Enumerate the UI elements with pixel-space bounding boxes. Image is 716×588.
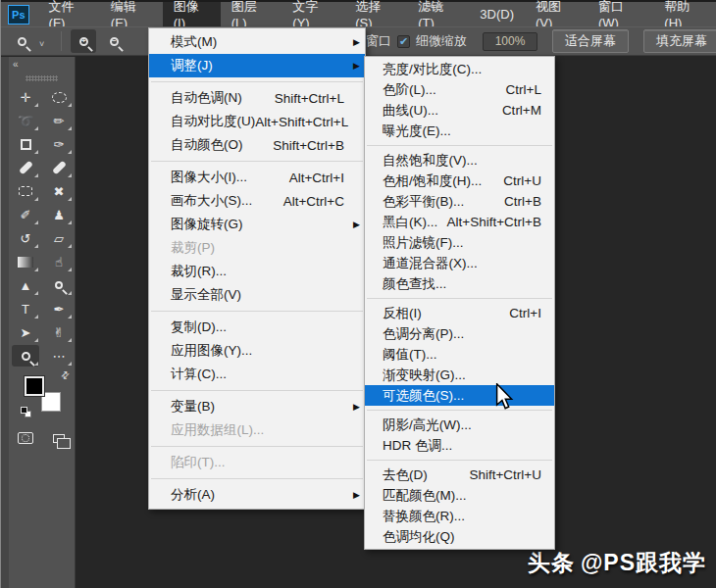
menu-file[interactable]: 文件(F) bbox=[38, 2, 100, 26]
spot-healing-brush-tool[interactable] bbox=[12, 157, 39, 178]
menu-item-auto-contrast[interactable]: 自动对比度(U) Alt+Shift+Ctrl+L bbox=[149, 110, 365, 133]
history-brush-tool[interactable]: ↺ bbox=[12, 227, 39, 249]
content-aware-move-tool[interactable]: ✖ bbox=[45, 180, 73, 202]
submenu-item-gradient-map[interactable]: 渐变映射(G)... bbox=[365, 365, 554, 385]
zoom-out-button[interactable]: − bbox=[101, 29, 127, 53]
menu-bar: Ps 文件(F) 编辑(E) 图像(I) 图层(L) 文字(Y) 选择(S) 滤… bbox=[1, 0, 716, 26]
submenu-item-replace-color[interactable]: 替换颜色(R)... bbox=[365, 506, 554, 526]
submenu-item-curves[interactable]: 曲线(U)... Ctrl+M bbox=[365, 100, 554, 121]
submenu-item-color-balance[interactable]: 色彩平衡(B)... Ctrl+B bbox=[365, 191, 554, 212]
zoom-tool[interactable] bbox=[12, 345, 39, 367]
fine-zoom-checkbox[interactable]: ✔ bbox=[397, 35, 410, 48]
menu-item-adjustments[interactable]: 调整(J) ▶ bbox=[149, 54, 365, 77]
menu-help[interactable]: 帮助(H) bbox=[653, 2, 716, 26]
submenu-item-hue-saturation[interactable]: 色相/饱和度(H)... Ctrl+U bbox=[365, 171, 554, 191]
quick-selection-tool[interactable]: ✏ bbox=[45, 110, 73, 131]
more-tools[interactable]: ⋯ bbox=[45, 345, 73, 367]
submenu-item-vibrance[interactable]: 自然饱和度(V)... bbox=[365, 150, 554, 171]
submenu-item-color-lookup[interactable]: 颜色查找... bbox=[365, 273, 554, 294]
collapse-panel-button[interactable]: « bbox=[9, 57, 75, 73]
clone-stamp-tool[interactable]: ♟ bbox=[45, 204, 73, 225]
patch-tool[interactable] bbox=[12, 180, 39, 202]
menu-item-crop[interactable]: 裁剪(P) bbox=[149, 236, 365, 260]
panel-grip[interactable] bbox=[26, 75, 58, 81]
menu-type[interactable]: 文字(Y) bbox=[281, 2, 344, 26]
menu-separator bbox=[367, 298, 552, 299]
menu-3d[interactable]: 3D(D) bbox=[469, 2, 525, 26]
photoshop-logo[interactable]: Ps bbox=[8, 5, 29, 24]
menu-item-image-rotation[interactable]: 图像旋转(G) ▶ bbox=[149, 213, 365, 236]
swap-colors-icon[interactable]: ⇄ bbox=[58, 368, 72, 382]
menu-separator bbox=[151, 161, 363, 162]
smudge-tool[interactable]: ☝ bbox=[45, 251, 73, 272]
submenu-item-black-white[interactable]: 黑白(K)... Alt+Shift+Ctrl+B bbox=[365, 212, 554, 232]
lasso-tool[interactable]: ➰ bbox=[12, 110, 39, 131]
dodge-tool[interactable] bbox=[45, 274, 73, 296]
pen-tool[interactable]: ✒ bbox=[45, 298, 73, 319]
menu-item-trim[interactable]: 裁切(R)... bbox=[149, 260, 365, 283]
submenu-item-match-color[interactable]: 匹配颜色(M)... bbox=[365, 485, 554, 506]
fill-screen-button[interactable]: 填充屏幕 bbox=[643, 29, 716, 53]
eyedropper-tool[interactable]: ✑ bbox=[45, 133, 73, 155]
submenu-item-invert[interactable]: 反相(I) Ctrl+I bbox=[365, 303, 554, 323]
crop-tool[interactable] bbox=[12, 133, 39, 155]
menu-item-variables[interactable]: 变量(B) ▶ bbox=[149, 395, 365, 418]
submenu-item-equalize[interactable]: 色调均化(Q) bbox=[365, 526, 554, 547]
menu-edit[interactable]: 编辑(E) bbox=[100, 2, 163, 26]
submenu-item-selective-color[interactable]: 可选颜色(S)... bbox=[365, 385, 554, 406]
tool-grid: ✛ ➰ ✏ ✑ ✖ bbox=[9, 85, 75, 368]
zoom-percentage-field[interactable]: 100% bbox=[483, 32, 537, 51]
zoom-in-icon: + bbox=[79, 37, 88, 46]
default-colors-icon[interactable] bbox=[21, 407, 32, 418]
menu-item-calculations[interactable]: 计算(C)... bbox=[149, 363, 365, 386]
foreground-color-swatch[interactable] bbox=[25, 376, 44, 396]
submenu-item-hdr-toning[interactable]: HDR 色调... bbox=[365, 435, 554, 456]
menu-filter[interactable]: 滤镜(T) bbox=[407, 2, 469, 26]
zoom-tool-preset-button[interactable] bbox=[9, 29, 34, 53]
menu-select[interactable]: 选择(S) bbox=[344, 2, 407, 26]
submenu-item-levels[interactable]: 色阶(L)... Ctrl+L bbox=[365, 79, 554, 100]
path-selection-tool[interactable]: ➤ bbox=[12, 321, 39, 343]
healing-brush-tool[interactable] bbox=[45, 157, 73, 178]
menu-item-auto-color[interactable]: 自动颜色(O) Shift+Ctrl+B bbox=[149, 133, 365, 157]
menu-item-apply-data-set[interactable]: 应用数据组(L)... bbox=[149, 418, 365, 442]
fine-zoom-label: 细微缩放 bbox=[416, 32, 467, 50]
submenu-item-channel-mixer[interactable]: 通道混合器(X)... bbox=[365, 253, 554, 273]
submenu-item-photo-filter[interactable]: 照片滤镜(F)... bbox=[365, 232, 554, 253]
quick-mask-button[interactable] bbox=[12, 427, 39, 449]
submenu-item-desaturate[interactable]: 去色(D) Shift+Ctrl+U bbox=[365, 465, 554, 485]
marquee-tool[interactable] bbox=[45, 86, 73, 108]
menu-item-duplicate[interactable]: 复制(D)... bbox=[149, 316, 365, 339]
type-tool[interactable]: T bbox=[12, 298, 39, 319]
menu-item-mode[interactable]: 模式(M) ▶ bbox=[149, 30, 365, 54]
watermark-prefix: 头条 bbox=[528, 550, 575, 575]
submenu-item-posterize[interactable]: 色调分离(P)... bbox=[365, 323, 554, 344]
mouse-cursor bbox=[494, 383, 514, 415]
menu-layer[interactable]: 图层(L) bbox=[221, 2, 282, 26]
submenu-item-exposure[interactable]: 曝光度(E)... bbox=[365, 121, 554, 141]
sharpen-tool[interactable]: ▲ bbox=[12, 274, 39, 296]
menu-item-apply-image[interactable]: 应用图像(Y)... bbox=[149, 339, 365, 363]
submenu-item-brightness-contrast[interactable]: 亮度/对比度(C)... bbox=[365, 59, 554, 79]
eraser-tool[interactable]: ▱ bbox=[45, 227, 73, 249]
menu-item-trap[interactable]: 陷印(T)... bbox=[149, 451, 365, 474]
chevron-down-icon[interactable]: ˅ bbox=[39, 39, 44, 49]
submenu-item-shadows-highlights[interactable]: 阴影/高光(W)... bbox=[365, 415, 554, 435]
fit-screen-button[interactable]: 适合屏幕 bbox=[552, 29, 629, 53]
menu-item-auto-tone[interactable]: 自动色调(N) Shift+Ctrl+L bbox=[149, 86, 365, 110]
menu-window[interactable]: 窗口(W) bbox=[588, 2, 653, 26]
brush-tool[interactable]: ✐ bbox=[12, 204, 39, 225]
submenu-item-threshold[interactable]: 阈值(T)... bbox=[365, 344, 554, 365]
menu-item-reveal-all[interactable]: 显示全部(V) bbox=[149, 283, 365, 307]
background-color-swatch[interactable] bbox=[41, 392, 61, 412]
menu-item-analysis[interactable]: 分析(A) ▶ bbox=[149, 483, 365, 507]
menu-view[interactable]: 视图(V) bbox=[525, 2, 588, 26]
gradient-tool[interactable] bbox=[12, 251, 39, 272]
hand-tool[interactable]: ✌ bbox=[45, 321, 73, 343]
screen-mode-button[interactable] bbox=[45, 427, 73, 449]
zoom-in-button[interactable]: + bbox=[71, 29, 96, 53]
menu-image[interactable]: 图像(I) bbox=[163, 2, 221, 26]
menu-item-canvas-size[interactable]: 画布大小(S)... Alt+Ctrl+C bbox=[149, 189, 365, 213]
menu-item-image-size[interactable]: 图像大小(I)... Alt+Ctrl+I bbox=[149, 166, 365, 189]
move-tool[interactable]: ✛ bbox=[12, 86, 39, 108]
